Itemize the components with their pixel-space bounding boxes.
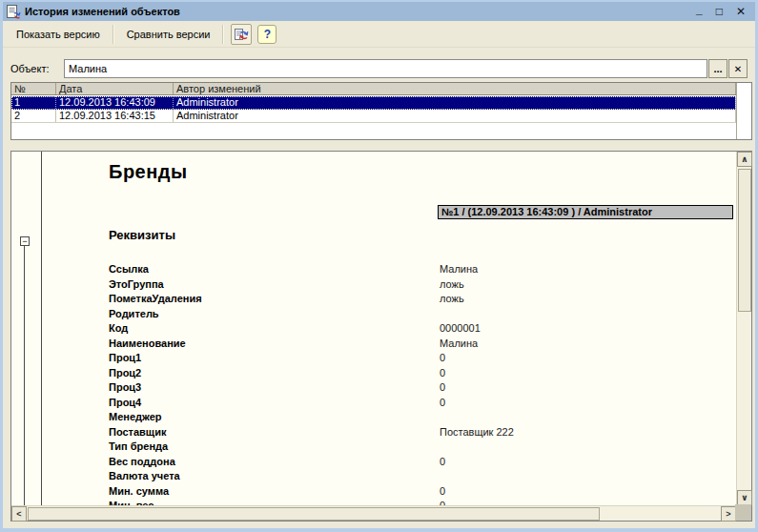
attribute-row: Мин. сумма 0	[11, 485, 736, 501]
scroll-down-button[interactable]: ∨	[737, 490, 752, 505]
window-controls: _ □ ✕	[696, 6, 746, 17]
attribute-name: Тип бренда	[109, 440, 168, 452]
object-input[interactable]	[64, 59, 707, 78]
report-content: − Бренды №1 / (12.09.2013 16:43:09 ) / A…	[11, 152, 736, 505]
attribute-value: 0	[440, 397, 445, 408]
attribute-row: Ссылка Малина	[11, 263, 736, 278]
attribute-name: ЭтоГруппа	[109, 278, 164, 290]
attribute-value: 0	[440, 367, 445, 379]
clear-button[interactable]: ✕	[728, 59, 748, 78]
attribute-row: Вес поддона 0	[11, 456, 736, 471]
attribute-value: 0	[440, 485, 445, 497]
horizontal-scrollbar[interactable]: < >	[11, 505, 736, 521]
help-icon: ?	[264, 28, 271, 41]
vertical-scrollbar[interactable]: ∧ ∨	[736, 152, 751, 505]
window-title: История изменений объектов	[25, 6, 696, 17]
attribute-value: 0	[440, 381, 445, 393]
scroll-right-button[interactable]: >	[721, 506, 736, 522]
attribute-name: Наименование	[109, 338, 186, 349]
table-header: № Дата Автор изменений	[11, 83, 736, 95]
attribute-name: ПометкаУдаления	[109, 293, 202, 304]
row-author: Administrator	[174, 110, 736, 122]
attribute-name: Проц1	[109, 352, 141, 363]
scrollbar-corner	[735, 504, 751, 521]
row-num: 2	[11, 110, 56, 122]
attribute-value: Поставщик 222	[440, 426, 514, 438]
history-window: История изменений объектов _ □ ✕ Показат…	[3, 2, 755, 528]
attribute-value: Малина	[440, 263, 478, 275]
attribute-name: Проц2	[109, 367, 141, 379]
attribute-row: Проц3 0	[11, 381, 736, 397]
report-panel: − Бренды №1 / (12.09.2013 16:43:09 ) / A…	[10, 151, 752, 522]
attribute-row: Наименование Малина	[11, 338, 736, 353]
help-button[interactable]: ?	[257, 25, 277, 44]
attribute-name: Валюта учета	[109, 470, 180, 481]
row-date: 12.09.2013 16:43:09	[56, 96, 174, 109]
table-row[interactable]: 1 12.09.2013 16:43:09 Administrator	[11, 96, 736, 110]
attribute-value: 0000001	[440, 322, 481, 334]
show-version-button[interactable]: Показать версию	[7, 24, 110, 45]
client-area: Показать версию Сравнить версии ?	[3, 21, 755, 528]
versions-table: № Дата Автор изменений 1 12.09.2013 16:4…	[10, 82, 752, 140]
attribute-value: Малина	[440, 338, 478, 349]
section-title: Реквизиты	[109, 228, 175, 242]
report-title: Бренды	[109, 161, 188, 183]
horizontal-scroll-thumb[interactable]	[28, 507, 600, 521]
object-row: Объект: ... ✕	[10, 59, 748, 78]
refresh-icon	[234, 27, 249, 42]
table-rows: 1 12.09.2013 16:43:09 Administrator 2 12…	[11, 96, 736, 123]
attribute-name: Родитель	[109, 308, 159, 319]
close-button[interactable]: ✕	[736, 6, 746, 17]
attribute-name: Код	[109, 322, 128, 334]
attribute-row: Код 0000001	[11, 322, 736, 338]
scroll-up-button[interactable]: ∧	[737, 152, 752, 167]
attribute-name: Поставщик	[109, 426, 166, 438]
attribute-row: Проц1 0	[11, 352, 736, 367]
attribute-name: Мин. сумма	[109, 485, 169, 497]
attribute-row: ПометкаУдаления ложь	[11, 293, 736, 308]
collapse-toggle[interactable]: −	[20, 236, 30, 246]
row-num: 1	[11, 96, 56, 109]
scroll-left-button[interactable]: <	[11, 506, 27, 522]
version-header-bar: №1 / (12.09.2013 16:43:09 ) / Administra…	[438, 205, 733, 219]
attribute-row: ЭтоГруппа ложь	[11, 278, 736, 294]
toolbar-separator	[113, 25, 114, 44]
attribute-name: Ссылка	[109, 263, 149, 275]
history-icon	[6, 4, 21, 19]
attribute-row: Валюта учета	[11, 470, 736, 485]
row-author: Administrator	[174, 96, 736, 109]
attribute-value: ложь	[440, 278, 464, 290]
attribute-value: ложь	[440, 293, 464, 304]
attribute-row: Тип бренда	[11, 440, 736, 456]
table-scroll-area	[736, 83, 751, 139]
toolbar-separator	[222, 25, 224, 44]
column-header-author[interactable]: Автор изменений	[174, 83, 736, 94]
row-date: 12.09.2013 16:43:15	[56, 110, 174, 122]
attribute-row: Менеджер	[11, 411, 736, 426]
table-row[interactable]: 2 12.09.2013 16:43:15 Administrator	[11, 110, 736, 123]
object-label: Объект:	[10, 63, 64, 74]
vertical-scroll-thumb[interactable]	[738, 169, 751, 312]
attribute-row: Проц2 0	[11, 367, 736, 382]
attribute-name: Проц3	[109, 381, 141, 393]
column-header-date[interactable]: Дата	[56, 83, 174, 94]
attribute-row: Проц4 0	[11, 397, 736, 412]
attribute-value: 0	[440, 352, 445, 363]
refresh-button[interactable]	[231, 24, 252, 45]
column-header-num[interactable]: №	[11, 83, 56, 94]
attribute-row: Поставщик Поставщик 222	[11, 426, 736, 441]
minimize-button[interactable]: _	[696, 4, 703, 15]
maximize-button[interactable]: □	[716, 6, 723, 17]
attribute-name: Менеджер	[109, 411, 162, 422]
browse-button[interactable]: ...	[708, 59, 727, 78]
attribute-row: Родитель	[11, 308, 736, 323]
attribute-value: 0	[440, 456, 445, 467]
attributes-list: Ссылка Малина ЭтоГруппа ложь ПометкаУдал…	[11, 263, 736, 505]
titlebar: История изменений объектов _ □ ✕	[3, 2, 755, 21]
toolbar: Показать версию Сравнить версии ?	[3, 21, 755, 48]
attribute-name: Вес поддона	[109, 456, 175, 467]
compare-versions-button[interactable]: Сравнить версии	[117, 24, 220, 45]
attribute-name: Проц4	[109, 397, 141, 408]
